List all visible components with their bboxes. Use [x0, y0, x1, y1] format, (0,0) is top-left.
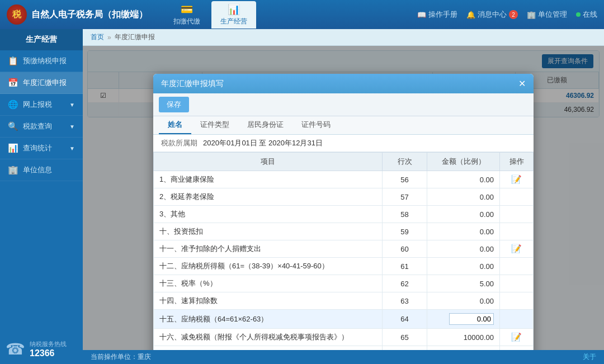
sidebar-item-tax-query[interactable]: 🔍 税款查询 ▼	[0, 116, 83, 138]
tax-query-icon: 🔍	[8, 121, 18, 131]
cell-line: 59	[383, 223, 427, 240]
cell-line: 65	[383, 329, 427, 346]
modal-close-btn[interactable]: ✕	[518, 78, 526, 89]
modal-tab-name[interactable]: 姓名	[159, 116, 191, 134]
cell-amount: 0.00	[427, 258, 500, 275]
topbar: 税 自然人电子税务局（扣缴端） 💳 扣缴代缴 📊 生产经营 📖 操作手册 🔔 消…	[0, 0, 604, 29]
company-btn[interactable]: 🏢 单位管理	[527, 10, 567, 20]
cell-line: 57	[383, 188, 427, 206]
arrow-icon: ▼	[69, 102, 75, 108]
edit-icon[interactable]: 📝	[511, 332, 522, 342]
cell-item: 十一、准予扣除的个人捐赠支出	[154, 240, 383, 258]
th-item: 项目	[154, 153, 383, 171]
table-row: 十三、税率（%）625.00	[154, 275, 534, 292]
cell-item: 十二、应纳税所得额（61=（38-39）×40-41-59-60）	[154, 258, 383, 275]
table-header-row: 项目 行次 金额（比例） 操作	[154, 153, 534, 171]
hotline-number: 12366	[30, 348, 67, 358]
edit-icon[interactable]: 📝	[511, 244, 522, 253]
cell-op[interactable]: 📝	[500, 240, 534, 258]
hotline-label: 纳税服务热线	[30, 340, 67, 348]
save-btn[interactable]: 保存	[159, 97, 189, 112]
content-inner: 展开查询条件 序号 税额 已缴额 ☑ 1 0.00 46306.92	[83, 46, 604, 350]
tab-pay-label: 扣缴代缴	[173, 17, 200, 26]
cell-amount: 5.00	[427, 275, 500, 292]
th-amount: 金额（比例）	[427, 153, 500, 171]
cell-item: 2、税延养老保险	[154, 188, 383, 206]
modal-header: 年度汇缴申报填写 ✕	[153, 74, 534, 93]
cell-op	[500, 188, 534, 206]
table-row: 十六、减免税额（附报《个人所得税减免税事项报告表》）6510000.00📝	[154, 329, 534, 346]
cell-amount: 0.00	[427, 171, 500, 188]
cell-item: 十七、已缴税额	[154, 346, 383, 351]
table-row: 1、商业健康保险560.00📝	[154, 171, 534, 188]
cell-item: 3、其他	[154, 206, 383, 223]
cell-line: 60	[383, 240, 427, 258]
cell-line: 61	[383, 258, 427, 275]
modal-title: 年度汇缴申报填写	[161, 79, 224, 89]
sidebar: 生产经营 📋 预缴纳税申报 📅 年度汇缴申报 🌐 网上报税 ▼ 🔍 税款查询 ▼…	[0, 29, 83, 364]
table-row: 十七、已缴税额6646306.92	[154, 346, 534, 351]
manual-btn[interactable]: 📖 操作手册	[417, 10, 457, 20]
cell-op[interactable]: 📝	[500, 171, 534, 188]
content-area: 首页 » 年度汇缴申报 展开查询条件 序号 税额 已缴额 ☑	[83, 29, 604, 364]
breadcrumb-current: 年度汇缴申报	[115, 32, 155, 42]
table-row: 3、其他580.00	[154, 206, 534, 223]
sidebar-item-stats[interactable]: 📊 查询统计 ▼	[0, 138, 83, 159]
edit-icon[interactable]: 📝	[511, 174, 522, 184]
sidebar-item-annual[interactable]: 📅 年度汇缴申报	[0, 72, 83, 94]
cell-item: 十、投资抵扣	[154, 223, 383, 240]
pay-icon: 💳	[181, 3, 193, 16]
sidebar-item-online-report[interactable]: 🌐 网上报税 ▼	[0, 94, 83, 116]
table-row: 十、投资抵扣590.00	[154, 223, 534, 240]
app-title: 自然人电子税务局（扣缴端）	[31, 9, 148, 21]
breadcrumb-home[interactable]: 首页	[91, 32, 104, 42]
cell-line: 62	[383, 275, 427, 292]
tab-pay[interactable]: 💳 扣缴代缴	[164, 1, 209, 29]
sidebar-item-prepay[interactable]: 📋 预缴纳税申报	[0, 50, 83, 72]
manual-icon: 📖	[417, 11, 426, 19]
hotline-icon: ☎	[6, 340, 25, 358]
table-row: 十一、准予扣除的个人捐赠支出600.00📝	[154, 240, 534, 258]
period-value: 2020年01月01日 至 2020年12月31日	[203, 138, 323, 148]
sidebar-header: 生产经营	[0, 29, 83, 50]
cell-item: 十五、应纳税额（64=61×62-63）	[154, 310, 383, 329]
hotline-block: 纳税服务热线 12366	[30, 340, 67, 358]
period-label: 税款所属期	[161, 138, 197, 148]
about-link[interactable]: 关于	[583, 352, 596, 362]
app-title-block: 自然人电子税务局（扣缴端）	[31, 9, 148, 21]
logo-icon: 税	[7, 4, 27, 25]
modal-tab-cert-type[interactable]: 证件类型	[191, 116, 238, 134]
modal-tab-id-card[interactable]: 居民身份证	[238, 116, 292, 134]
amount-input[interactable]	[449, 313, 494, 325]
table-row: 2、税延养老保险570.00	[154, 188, 534, 206]
cell-op	[500, 206, 534, 223]
unit-info-icon: 🏢	[8, 165, 18, 175]
topbar-right: 📖 操作手册 🔔 消息中心 2 🏢 单位管理 在线	[417, 10, 597, 20]
cell-amount: 0.00	[427, 292, 500, 310]
modal-dialog: 年度汇缴申报填写 ✕ 保存 姓名 证件类型 居民身份证	[153, 74, 534, 350]
cell-amount: 10000.00	[427, 329, 500, 346]
table-row: 十五、应纳税额（64=61×62-63）64	[154, 310, 534, 329]
tab-prod[interactable]: 📊 生产经营	[211, 1, 256, 29]
sidebar-item-unit-info[interactable]: 🏢 单位信息	[0, 159, 83, 181]
cell-amount[interactable]	[427, 310, 500, 329]
cell-op	[500, 292, 534, 310]
msg-icon: 🔔	[466, 11, 475, 19]
msg-btn[interactable]: 🔔 消息中心 2	[466, 10, 518, 20]
cell-item: 1、商业健康保险	[154, 171, 383, 188]
cell-amount: 0.00	[427, 223, 500, 240]
prepay-icon: 📋	[8, 56, 18, 66]
app-logo: 税 自然人电子税务局（扣缴端）	[7, 4, 148, 25]
cell-op	[500, 258, 534, 275]
cell-line: 58	[383, 206, 427, 223]
modal-table: 项目 行次 金额（比例） 操作 1、商业健康保险560.00📝2、税延养老保险5…	[153, 152, 534, 350]
cell-op	[500, 275, 534, 292]
cell-item: 十六、减免税额（附报《个人所得税减免税事项报告表》）	[154, 329, 383, 346]
table-row: 十二、应纳税所得额（61=（38-39）×40-41-59-60）610.00	[154, 258, 534, 275]
modal-tab-cert-no[interactable]: 证件号码	[292, 116, 339, 134]
online-btn[interactable]: 在线	[576, 10, 597, 20]
cell-op[interactable]: 📝	[500, 329, 534, 346]
stats-icon: 📊	[8, 143, 18, 153]
company-icon: 🏢	[527, 11, 536, 19]
modal-table-wrap[interactable]: 项目 行次 金额（比例） 操作 1、商业健康保险560.00📝2、税延养老保险5…	[153, 152, 534, 350]
